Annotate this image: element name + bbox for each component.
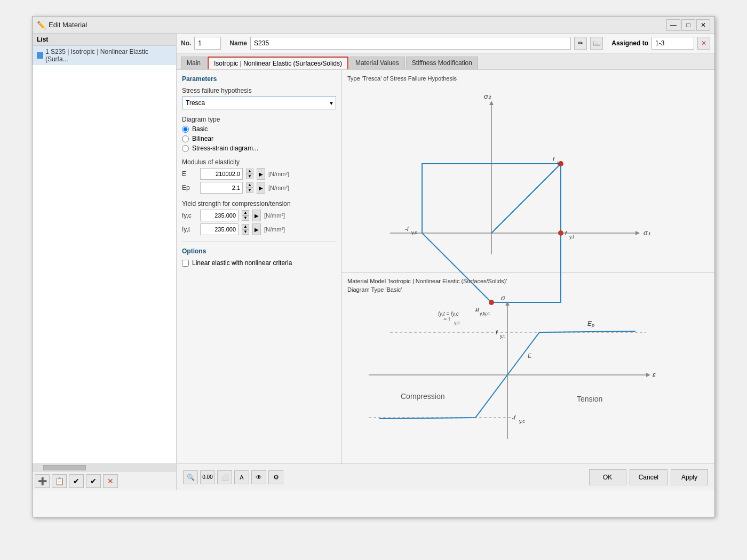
delete-button[interactable]: ✕: [103, 474, 118, 488]
options-title: Options: [182, 247, 336, 255]
name-input[interactable]: [250, 37, 571, 50]
Ep-unit: [N/mm²]: [268, 185, 289, 191]
add-button[interactable]: ➕: [35, 474, 50, 488]
modulus-label: Modulus of elasticity: [182, 158, 336, 166]
tresca-svg: σ₁ σ₂: [347, 84, 662, 265]
no-input[interactable]: [194, 37, 221, 50]
ss-chart-title-1: Material Model 'Isotropic | Nonlinear El…: [347, 278, 709, 284]
Ep-down[interactable]: ▼: [246, 188, 253, 193]
tab-material-values[interactable]: Material Values: [349, 57, 405, 69]
svg-text:σ: σ: [501, 294, 506, 302]
fyc-input[interactable]: [200, 210, 239, 221]
copy-button[interactable]: 📋: [52, 474, 67, 488]
linear-elastic-checkbox[interactable]: Linear elastic with nonlinear criteria: [182, 259, 336, 267]
stress-strain-svg: ε σ f y,t -f y,c Ep: [347, 295, 662, 444]
decimal-btn[interactable]: 0.00: [200, 470, 215, 484]
svg-text:y,t: y,t: [569, 234, 574, 239]
fyt-up[interactable]: ▲: [242, 224, 249, 229]
linear-elastic-check[interactable]: [182, 260, 189, 267]
svg-text:ε: ε: [653, 371, 656, 379]
E-label: E: [182, 170, 197, 178]
E-spinner[interactable]: ▲ ▼: [246, 169, 253, 179]
fyc-spinner[interactable]: ▲ ▼: [242, 210, 249, 221]
fyt-input[interactable]: [200, 223, 239, 235]
tabs-bar: Main Isotropic | Nonlinear Elastic (Surf…: [177, 53, 714, 70]
svg-text:Tension: Tension: [577, 395, 602, 403]
svg-marker-1: [635, 231, 640, 235]
cancel-button[interactable]: Cancel: [630, 469, 667, 485]
assigned-clear-btn[interactable]: ✕: [697, 37, 710, 50]
stress-strain-chart: Material Model 'Isotropic | Nonlinear El…: [342, 273, 714, 463]
hscroll-thumb[interactable]: [43, 465, 86, 470]
no-label: No.: [181, 39, 191, 47]
svg-text:y,t: y,t: [500, 333, 505, 339]
svg-text:σ₁: σ₁: [643, 229, 650, 237]
check-button[interactable]: ✔: [69, 474, 84, 488]
svg-text:-f: -f: [405, 226, 409, 232]
fyt-down[interactable]: ▼: [242, 229, 249, 235]
E-input[interactable]: [200, 168, 243, 180]
fyc-down[interactable]: ▼: [242, 215, 249, 221]
radio-bilinear[interactable]: Bilinear: [182, 135, 336, 142]
tab-stiffness[interactable]: Stiffness Modification: [406, 57, 478, 69]
assigned-label: Assigned to: [611, 39, 648, 47]
ss-chart-title-2: Diagram Type 'Basic': [347, 286, 709, 293]
window-title: Edit Material: [49, 21, 666, 29]
svg-text:y,c: y,c: [411, 230, 417, 235]
close-button[interactable]: ✕: [696, 19, 710, 31]
title-bar: ✏️ Edit Material — □ ✕: [33, 17, 714, 34]
tab-main[interactable]: Main: [181, 57, 206, 69]
svg-text:σ₂: σ₂: [484, 92, 491, 100]
maximize-button[interactable]: □: [681, 19, 695, 31]
svg-point-9: [558, 230, 563, 236]
radio-stress-strain[interactable]: Stress-strain diagram...: [182, 145, 336, 152]
fyt-spinner[interactable]: ▲ ▼: [242, 224, 249, 235]
Ep-up[interactable]: ▲: [246, 182, 253, 188]
E-field-row: E ▲ ▼ ▶ [N/mm²]: [182, 168, 336, 180]
tresca-chart: Type 'Tresca' of Stress Failure Hypothes…: [342, 70, 714, 273]
svg-line-6: [491, 164, 561, 233]
radio-basic[interactable]: Basic: [182, 125, 336, 133]
fyc-up[interactable]: ▲: [242, 210, 249, 215]
sidebar-header: List: [33, 34, 176, 46]
svg-marker-25: [646, 373, 650, 377]
apply-button[interactable]: Apply: [671, 469, 708, 485]
Ep-field-row: Ep ▲ ▼ ▶ [N/mm²]: [182, 182, 336, 194]
assigned-value: 1-3: [651, 37, 694, 50]
fyt-arrow-btn[interactable]: ▶: [252, 223, 261, 235]
search-bottom-btn[interactable]: 🔍: [183, 470, 198, 484]
E-up[interactable]: ▲: [246, 169, 253, 174]
sidebar-scroll-area: [33, 65, 176, 463]
E-unit: [N/mm²]: [268, 171, 289, 177]
minimize-button[interactable]: —: [666, 19, 680, 31]
svg-text:Ep: Ep: [587, 320, 594, 328]
fyc-arrow-btn[interactable]: ▶: [252, 210, 261, 221]
check2-button[interactable]: ✔: [86, 474, 101, 488]
select-btn[interactable]: ⬜: [217, 470, 232, 484]
fyt-field-row: fy,t ▲ ▼ ▶ [N/mm²]: [182, 223, 336, 235]
ok-button[interactable]: OK: [589, 469, 626, 485]
svg-text:Compression: Compression: [401, 392, 444, 401]
top-fields-bar: No. Name ✏ 📖 Assigned to 1-3 ✕: [177, 34, 714, 53]
Ep-spinner[interactable]: ▲ ▼: [246, 182, 253, 193]
fyc-unit: [N/mm²]: [264, 212, 285, 219]
stress-dropdown[interactable]: Tresca Von Mises Drucker-Prager: [182, 97, 336, 109]
chart-panel: Type 'Tresca' of Stress Failure Hypothes…: [342, 70, 714, 463]
sidebar-item-material[interactable]: 1 S235 | Isotropic | Nonlinear Elastic (…: [33, 46, 176, 65]
fyc-label: fy,c: [182, 212, 197, 219]
view-btn[interactable]: 👁: [251, 470, 266, 484]
sidebar-hscrollbar[interactable]: [33, 463, 176, 471]
window-icon: ✏️: [37, 21, 45, 29]
E-down[interactable]: ▼: [246, 174, 253, 179]
book-icon-btn[interactable]: 📖: [590, 37, 603, 50]
options-section: Options Linear elastic with nonlinear cr…: [182, 247, 336, 267]
settings-btn[interactable]: ⚙: [268, 470, 283, 484]
tab-isotropic[interactable]: Isotropic | Nonlinear Elastic (Surfaces/…: [208, 57, 348, 69]
text-btn[interactable]: A: [234, 470, 249, 484]
tresca-chart-title: Type 'Tresca' of Stress Failure Hypothes…: [347, 75, 709, 82]
bottom-toolbar: 🔍 0.00 ⬜ A 👁 ⚙: [183, 470, 283, 484]
edit-icon-btn[interactable]: ✏: [574, 37, 587, 50]
E-arrow-btn[interactable]: ▶: [257, 168, 265, 180]
Ep-input[interactable]: [200, 182, 243, 194]
Ep-arrow-btn[interactable]: ▶: [257, 182, 265, 194]
